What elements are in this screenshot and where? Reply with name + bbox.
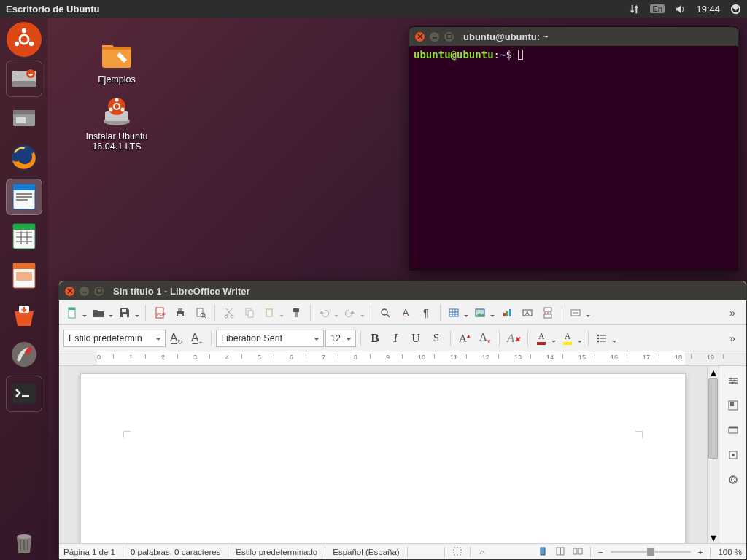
textbox-button[interactable]: A (518, 303, 537, 322)
svg-rect-45 (122, 309, 126, 312)
toolbar-overflow-button[interactable]: » (723, 329, 742, 348)
svg-point-81 (731, 382, 733, 384)
desktop-icon-examples[interactable]: Ejemplos (73, 36, 160, 85)
close-button[interactable] (65, 287, 74, 296)
open-button[interactable] (90, 303, 115, 322)
status-selection-mode[interactable] (452, 546, 462, 558)
print-button[interactable] (171, 303, 190, 322)
writer-title: Sin título 1 - LibreOffice Writer (113, 286, 250, 297)
minimize-button[interactable] (80, 287, 89, 296)
subscript-button[interactable]: A▾ (476, 329, 495, 348)
paste-button[interactable] (260, 303, 285, 322)
strikethrough-button[interactable]: S (427, 329, 446, 348)
zoom-in-button[interactable]: + (698, 548, 703, 556)
export-pdf-button[interactable]: PDF (150, 303, 169, 322)
superscript-button[interactable]: A▴ (455, 329, 474, 348)
desktop-icon-install[interactable]: Instalar Ubuntu 16.04.1 LTS (73, 93, 160, 152)
find-button[interactable] (376, 303, 395, 322)
session-indicator[interactable] (730, 4, 741, 15)
ubiquity-icon[interactable] (7, 61, 42, 96)
spellcheck-button[interactable]: A～ (396, 303, 415, 322)
svg-point-38 (109, 108, 113, 112)
status-signature[interactable] (478, 546, 488, 558)
network-indicator[interactable] (629, 4, 640, 15)
writer-titlebar[interactable]: Sin título 1 - LibreOffice Writer (59, 281, 746, 300)
toolbar-overflow-button[interactable]: » (723, 303, 742, 322)
document-page[interactable] (80, 373, 686, 543)
vertical-scrollbar[interactable]: ▴ ▾ (707, 366, 719, 543)
status-wordcount[interactable]: 0 palabras, 0 caracteres (131, 548, 220, 556)
calc-icon[interactable] (7, 219, 42, 254)
font-color-button[interactable]: A (533, 329, 557, 348)
firefox-icon[interactable] (7, 140, 42, 175)
impress-icon[interactable] (7, 258, 42, 293)
save-button[interactable] (116, 303, 141, 322)
sidebar-navigator-button[interactable] (723, 445, 743, 465)
terminal-window[interactable]: ubuntu@ubuntu: ~ ubuntu@ubuntu:~$ (409, 26, 738, 271)
keyboard-indicator[interactable]: En (650, 4, 665, 13)
svg-point-4 (29, 42, 34, 46)
italic-button[interactable]: I (386, 329, 405, 348)
table-button[interactable] (445, 303, 470, 322)
terminal-titlebar[interactable]: ubuntu@ubuntu: ~ (409, 27, 738, 46)
writer-window[interactable]: Sin título 1 - LibreOffice Writer PDF A～… (58, 281, 747, 560)
view-book-button[interactable] (573, 546, 583, 558)
undo-button[interactable] (315, 303, 340, 322)
sound-indicator[interactable] (675, 4, 686, 15)
view-multi-page-button[interactable] (555, 546, 565, 558)
scroll-down-button[interactable]: ▾ (708, 532, 719, 543)
page-break-button[interactable] (538, 303, 557, 322)
terminal-icon[interactable] (7, 376, 42, 411)
formatting-marks-button[interactable]: ¶ (417, 303, 436, 322)
clock[interactable]: 19:44 (696, 4, 720, 15)
status-style[interactable]: Estilo predeterminado (236, 548, 317, 556)
print-preview-button[interactable] (191, 303, 210, 322)
maximize-button[interactable] (94, 287, 104, 296)
close-button[interactable] (415, 32, 425, 42)
writer-icon[interactable] (7, 179, 42, 214)
update-style-button[interactable]: A̲↻ (167, 329, 186, 348)
terminal-body[interactable]: ubuntu@ubuntu:~$ (409, 46, 738, 63)
cut-button[interactable] (220, 303, 239, 322)
minimize-button[interactable] (430, 32, 439, 42)
highlight-button[interactable]: A (559, 329, 584, 348)
dash-icon[interactable] (7, 22, 42, 57)
new-button[interactable] (63, 303, 88, 322)
software-icon[interactable] (7, 298, 42, 332)
image-button[interactable] (471, 303, 496, 322)
sidebar-gallery-button[interactable] (723, 420, 743, 440)
font-size-combo[interactable]: 12 (325, 330, 356, 347)
underline-button[interactable]: U (406, 329, 425, 348)
sidebar-properties-button[interactable] (723, 370, 743, 391)
settings-icon[interactable] (7, 337, 42, 372)
scroll-up-button[interactable]: ▴ (708, 366, 719, 378)
paragraph-style-combo[interactable]: Estilo predetermin (63, 330, 166, 347)
field-button[interactable] (567, 303, 592, 322)
trash-icon[interactable] (7, 525, 42, 560)
bullets-button[interactable] (593, 329, 618, 348)
maximize-button[interactable] (444, 32, 454, 42)
clear-formatting-button[interactable]: A✖ (504, 329, 523, 348)
svg-text:PDF: PDF (157, 312, 166, 316)
new-style-button[interactable]: A̲+ (187, 329, 206, 348)
scrollbar-thumb[interactable] (708, 378, 718, 459)
files-icon[interactable] (7, 101, 42, 136)
chart-button[interactable] (498, 303, 516, 322)
sidebar-styles-button[interactable] (723, 395, 743, 416)
view-single-page-button[interactable] (538, 546, 548, 558)
svg-rect-42 (97, 289, 101, 293)
redo-button[interactable] (341, 303, 366, 322)
svg-point-28 (17, 534, 31, 539)
zoom-out-button[interactable]: − (598, 548, 603, 556)
zoom-slider[interactable] (611, 551, 691, 553)
horizontal-ruler[interactable]: 012345678910111213141516171819 (59, 351, 746, 366)
zoom-level[interactable]: 100 % (718, 548, 742, 556)
clone-formatting-button[interactable] (287, 303, 306, 322)
bold-button[interactable]: B (365, 329, 384, 348)
font-name-combo[interactable]: Liberation Serif (216, 330, 324, 347)
formatting-toolbar: Estilo predetermin A̲↻ A̲+ Liberation Se… (59, 325, 746, 351)
copy-button[interactable] (240, 303, 259, 322)
status-language[interactable]: Español (España) (333, 548, 399, 556)
status-page[interactable]: Página 1 de 1 (63, 548, 115, 556)
sidebar-page-button[interactable] (723, 470, 743, 490)
